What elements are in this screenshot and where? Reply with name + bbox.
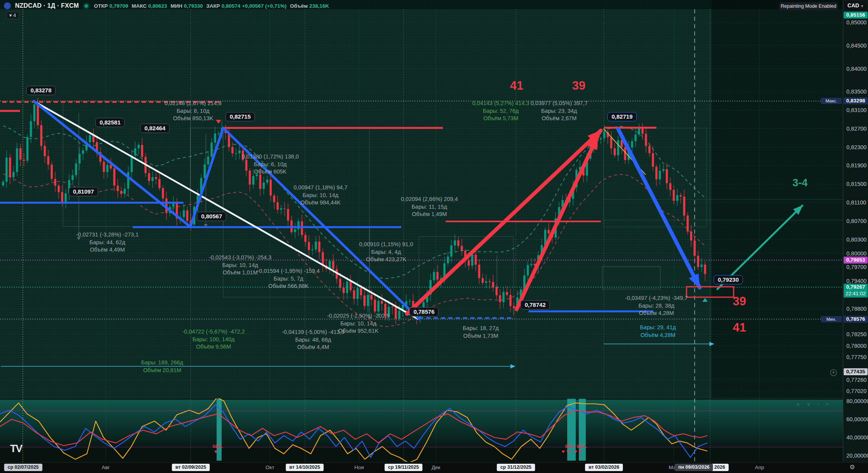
price-callout: 0,78742 (520, 300, 550, 310)
pattern-stat-block: -0,04722 (-5,67%) -472,2Бары: 100, 140дО… (182, 328, 245, 351)
open-label: ОТКР (94, 3, 108, 9)
open-value: 0,79709 (109, 3, 128, 9)
price-callout: 0,80567 (197, 212, 226, 221)
volume-label: Объём (290, 3, 308, 9)
chart-application: 0,850000,845000,840000,835000,831000,827… (0, 0, 868, 473)
currency-value: CAD (848, 2, 859, 9)
price-callout: 0,82464 (140, 124, 170, 133)
indicator-count: 4 (13, 12, 16, 18)
price-callout: 0,79230 (714, 275, 743, 284)
pattern-stat-block: 0,04143 (5,27%) 414,3Бары: 52, 76дОбъём … (472, 100, 529, 123)
symbol-title[interactable]: NZDCAD · 1Д · FXCM (15, 2, 79, 9)
price-extreme-tag: Мин. (821, 316, 842, 322)
pattern-stat-block: Бары: 189, 266дОбъём 20,81M (141, 359, 183, 374)
pattern-stat-block: 0,02148 (2,67%) 214,8Бары: 8, 10дОбъём 8… (164, 100, 222, 123)
price-callout: 0,81097 (69, 187, 98, 196)
price-callout: 0,83278 (26, 86, 56, 95)
price-callout: 0,82715 (225, 112, 255, 121)
sell-signal-label: SELL (212, 444, 223, 449)
pattern-stat-block: 0,00910 (1,15%) 91,0Бары: 4, 4дОбъём 423… (359, 241, 413, 264)
change-value: +0,00567 (+0,71%) (242, 3, 287, 9)
wave-count-number: 41 (733, 321, 746, 335)
currency-select[interactable]: CAD▾ (844, 1, 866, 10)
low-value: 0,79330 (184, 3, 203, 9)
wave-count-number: 3-4 (792, 177, 807, 189)
price-callout: 0,82719 (607, 112, 637, 121)
price-extreme-tag: Макс. (821, 98, 842, 104)
pattern-stat-block: Бары: 18, 27дОбъём 1,73M (463, 325, 499, 340)
high-value: 0,80623 (148, 3, 167, 9)
time-axis-settings-gear-icon[interactable]: ⚙ (849, 463, 855, 471)
sell-signal-label: SELL (576, 444, 587, 449)
instrument-flag-icon (4, 2, 11, 9)
sell-signal-label: SELL (565, 444, 576, 449)
wave-count-number: 39 (572, 79, 585, 93)
chevron-down-icon: ▾ (861, 4, 863, 8)
pattern-stat-block: -0,01594 (-1,95%) -159,4Бары: 5, 7дОбъём… (257, 267, 320, 290)
pattern-stat-block: Бары: 29, 41дОбъём 4,28M (640, 324, 676, 339)
oscillator-level-line (0, 410, 843, 411)
indicators-collapse-button[interactable]: ▾ 4 (6, 12, 19, 19)
price-callout: 0,82581 (95, 118, 125, 127)
wave-count-number: 41 (510, 79, 523, 93)
pattern-stat-block: -0,02731 (-3,28%) -273,1Бары: 44, 62дОбъ… (76, 231, 139, 254)
market-status-icon (85, 4, 88, 8)
pattern-stat-block: -0,04139 (-5,00%) -413,9Бары: 48, 68дОбъ… (282, 328, 344, 351)
low-label: МИН (171, 3, 183, 9)
chart-legend[interactable]: NZDCAD · 1Д · FXCM ОТКР 0,79709 МАКС 0,8… (4, 2, 329, 9)
pattern-stat-block: 0,01380 (1,72%) 138,0Бары: 6, 10дОбъём 6… (242, 153, 299, 176)
oscillator-level-line (0, 447, 843, 447)
pattern-stat-block: 0,02094 (2,66%) 209,4Бары: 11, 15дОбъём … (401, 196, 458, 218)
close-value: 0,80574 (222, 3, 241, 9)
tradingview-logo[interactable]: TV (10, 443, 22, 455)
chevron-down-icon: ▾ (9, 12, 13, 18)
pattern-stat-block: 0,00947 (1,18%) 94,7Бары: 10, 14дОбъём 9… (293, 184, 347, 207)
high-label: МАКС (132, 3, 147, 9)
wave-count-number: 39 (733, 294, 746, 308)
pattern-stat-block: -0,03497 (-4,23%) -349,7Бары: 28, 38дОбъ… (625, 294, 688, 317)
pane-controls[interactable]: ∧ ∨ ▫ × (796, 401, 831, 407)
volume-value: 238,16K (309, 3, 329, 9)
price-callout: 0,78576 (409, 307, 439, 316)
pattern-stat-block: 0,03977 (5,05%) 397,7Бары: 23, 34дОбъём … (531, 100, 588, 123)
close-label: ЗАКР (206, 3, 220, 9)
add-alert-icon[interactable]: + (830, 369, 837, 376)
repainting-mode-badge: Repainting Mode Enabled (779, 2, 838, 10)
